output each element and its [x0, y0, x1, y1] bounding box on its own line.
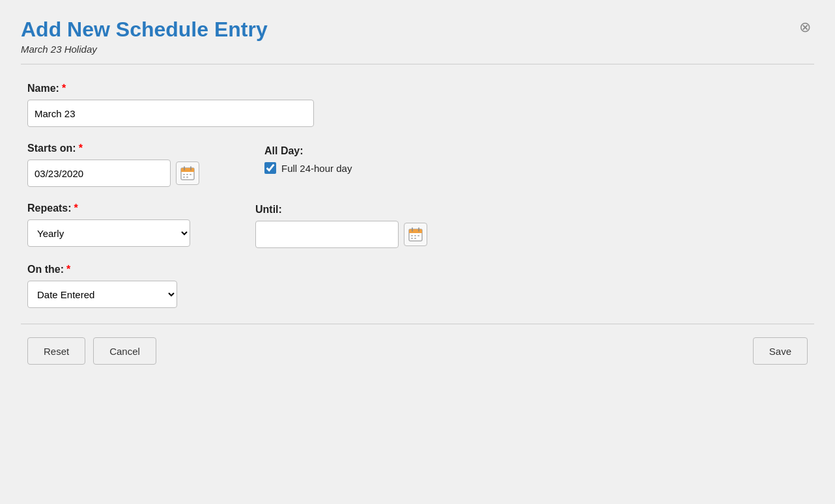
calendar-icon-until	[408, 227, 423, 242]
svg-rect-16	[414, 235, 416, 236]
repeats-required-star: *	[74, 203, 78, 214]
all-day-label: All Day:	[264, 145, 352, 157]
dialog-subtitle: March 23 Holiday	[21, 44, 814, 55]
close-icon: ⊗	[799, 19, 811, 36]
svg-rect-6	[186, 174, 188, 175]
on-the-label: On the:*	[27, 264, 808, 275]
name-input[interactable]	[27, 100, 314, 127]
svg-rect-7	[190, 174, 191, 175]
dialog-header: Add New Schedule Entry March 23 Holiday …	[21, 18, 814, 64]
starts-on-calendar-button[interactable]	[176, 161, 199, 185]
save-button[interactable]: Save	[753, 337, 808, 365]
name-required-star: *	[62, 83, 66, 94]
svg-rect-19	[414, 238, 416, 239]
until-input[interactable]	[255, 221, 399, 248]
starts-on-input-wrapper	[27, 160, 199, 187]
starts-on-required-star: *	[79, 143, 83, 154]
on-the-row: On the:* Date Entered First Day Last Day	[27, 264, 808, 308]
repeats-label: Repeats:*	[27, 203, 190, 214]
until-calendar-button[interactable]	[404, 223, 427, 246]
name-label: Name:*	[27, 83, 808, 94]
on-the-select[interactable]: Date Entered First Day Last Day	[27, 281, 177, 308]
until-label: Until:	[255, 204, 427, 216]
svg-rect-18	[411, 238, 413, 239]
repeats-row: Repeats:* Never Daily Weekly Monthly Yea…	[27, 203, 808, 248]
on-the-required-star: *	[66, 264, 70, 275]
footer-divider	[21, 324, 814, 324]
svg-rect-12	[409, 232, 422, 233]
repeats-col: Repeats:* Never Daily Weekly Monthly Yea…	[27, 203, 190, 247]
until-input-wrapper	[255, 221, 427, 248]
starts-on-label: Starts on:*	[27, 143, 199, 154]
svg-rect-2	[181, 171, 194, 172]
name-row: Name:*	[27, 83, 808, 127]
starts-on-col: Starts on:*	[27, 143, 199, 187]
footer: Reset Cancel Save	[21, 337, 814, 365]
footer-left-buttons: Reset Cancel	[27, 337, 156, 365]
full-day-checkbox[interactable]	[264, 162, 276, 174]
starts-on-row: Starts on:*	[27, 143, 808, 187]
all-day-col: All Day: Full 24-hour day	[264, 143, 352, 174]
svg-rect-15	[411, 235, 413, 236]
svg-rect-17	[418, 235, 419, 236]
reset-button[interactable]: Reset	[27, 337, 85, 365]
close-button[interactable]: ⊗	[796, 18, 814, 36]
full-day-label[interactable]: Full 24-hour day	[281, 163, 352, 174]
calendar-icon	[180, 165, 195, 181]
form-body: Name:* Starts on:*	[21, 83, 814, 308]
add-schedule-dialog: Add New Schedule Entry March 23 Holiday …	[0, 0, 835, 504]
starts-on-input[interactable]	[27, 160, 171, 187]
svg-rect-9	[186, 176, 188, 178]
cancel-button[interactable]: Cancel	[93, 337, 156, 365]
full-day-row: Full 24-hour day	[264, 162, 352, 174]
svg-rect-5	[183, 174, 185, 175]
dialog-title: Add New Schedule Entry	[21, 18, 814, 41]
until-col: Until:	[255, 203, 427, 248]
repeats-select[interactable]: Never Daily Weekly Monthly Yearly	[27, 219, 190, 247]
svg-rect-8	[183, 176, 185, 178]
